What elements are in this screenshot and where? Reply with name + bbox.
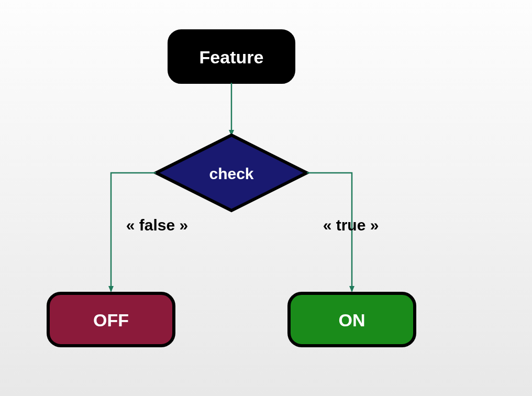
node-check: check: [156, 135, 307, 211]
node-off-label: OFF: [93, 310, 129, 330]
node-on: ON: [289, 293, 415, 346]
edge-label-true: « true »: [323, 216, 379, 234]
node-check-label: check: [209, 165, 253, 182]
node-feature: Feature: [169, 30, 294, 83]
node-feature-label: Feature: [199, 47, 264, 67]
node-off: OFF: [48, 293, 174, 346]
edge-label-false: « false »: [126, 216, 188, 234]
node-on-label: ON: [339, 310, 365, 330]
flowchart-canvas: Feature check « false » « true » OFF ON: [0, 0, 532, 396]
